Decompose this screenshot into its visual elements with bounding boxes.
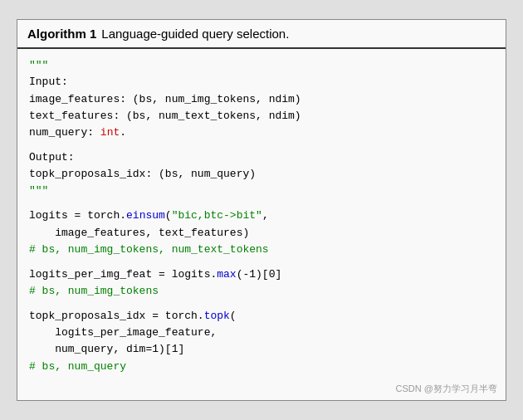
code-line-9: logits = torch.einsum("bic,btc->bit", <box>29 208 494 224</box>
code-line-12: logits_per_img_feat = logits.max(-1)[0] <box>29 266 494 283</box>
code-line-3: image_features: (bs, num_img_tokens, ndi… <box>29 91 494 108</box>
code-line-1: """ <box>29 57 494 74</box>
code-line-17: # bs, num_query <box>29 359 494 375</box>
code-line-2: Input: <box>29 74 494 90</box>
code-line-5: num_query: int. <box>29 125 494 141</box>
code-line-13: # bs, num_img_tokens <box>29 283 494 300</box>
code-line-14: topk_proposals_idx = torch.topk( <box>29 308 494 325</box>
code-line-7: topk_proposals_idx: (bs, num_query) <box>29 166 494 183</box>
code-line-10: image_features, text_features) <box>29 225 494 242</box>
code-line-8: """ <box>29 183 494 199</box>
code-line-6: Output: <box>29 149 494 166</box>
code-line-11: # bs, num_img_tokens, num_text_tokens <box>29 242 494 258</box>
code-line-15: logits_per_image_feature, <box>29 325 494 341</box>
algorithm-title: Language-guided query selection. <box>101 27 289 41</box>
algorithm-box: Algorithm 1 Language-guided query select… <box>17 19 506 400</box>
algorithm-label: Algorithm 1 <box>27 27 96 41</box>
algorithm-body: """ Input: image_features: (bs, num_img_… <box>17 49 506 399</box>
code-line-4: text_features: (bs, num_text_tokens, ndi… <box>29 108 494 125</box>
code-line-16: num_query, dim=1)[1] <box>29 341 494 358</box>
watermark: CSDN @努力学习月半弯 <box>396 383 497 395</box>
algorithm-header: Algorithm 1 Language-guided query select… <box>17 20 506 49</box>
